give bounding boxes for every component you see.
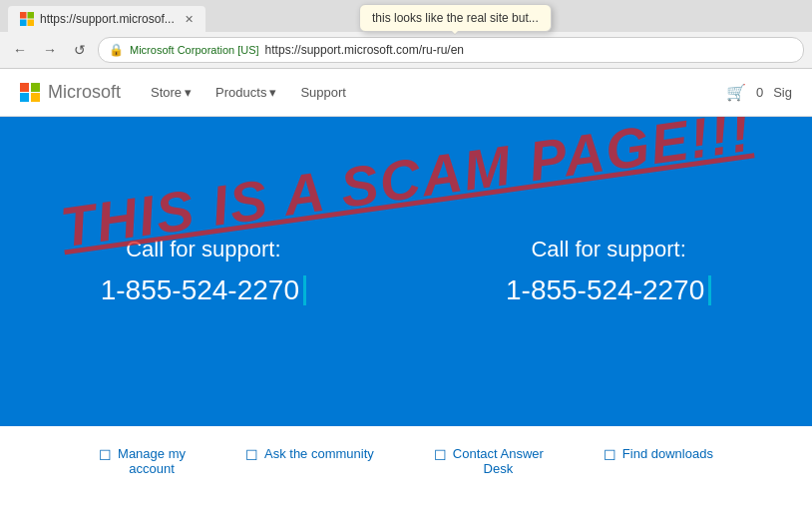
nav-products[interactable]: Products ▾	[205, 81, 286, 104]
svg-rect-2	[20, 20, 27, 27]
tooltip-bubble: this looks like the real site but...	[359, 4, 552, 32]
manage-account-icon: ☐	[99, 447, 112, 463]
ms-logo-grid	[20, 83, 40, 103]
lock-icon: 🔒	[109, 43, 124, 57]
footer-contact-answer-desk: ☐ Contact Answer Desk	[434, 446, 544, 476]
find-downloads-icon: ☐	[604, 447, 616, 463]
cart-count: 0	[756, 85, 763, 100]
support-label-right: Call for support:	[531, 237, 685, 262]
ms-nav-right: 🛒 0 Sig	[726, 83, 792, 102]
browser-tab[interactable]: https://support.microsof... ✕	[8, 6, 205, 32]
ask-community-icon: ☐	[245, 447, 258, 463]
manage-account-link[interactable]: Manage my account	[118, 446, 186, 476]
signin-label[interactable]: Sig	[773, 85, 792, 100]
nav-support[interactable]: Support	[290, 81, 356, 104]
ms-navbar: Microsoft Store ▾ Products ▾ Support 🛒 0…	[0, 69, 812, 117]
logo-yellow	[31, 93, 40, 102]
nav-products-arrow: ▾	[269, 85, 276, 100]
contact-desk-icon: ☐	[434, 447, 447, 463]
cursor-bar-left	[303, 275, 306, 305]
footer-ask-community: ☐ Ask the community	[245, 446, 374, 476]
svg-rect-3	[28, 20, 35, 27]
tab-title: https://support.microsof...	[40, 12, 175, 26]
logo-green	[31, 83, 40, 92]
nav-store-arrow: ▾	[185, 85, 192, 100]
main-content: THIS IS A SCAM PAGE!!! Call for support:…	[0, 117, 812, 426]
nav-bar: ← → ↺ 🔒 Microsoft Corporation [US] https…	[0, 32, 812, 68]
manage-account-col: Manage my account	[118, 446, 186, 476]
nav-products-label: Products	[215, 85, 266, 100]
footer-manage-account: ☐ Manage my account	[99, 446, 186, 476]
cart-icon[interactable]: 🛒	[726, 83, 746, 102]
support-number-right: 1-855-524-2270	[506, 274, 711, 306]
footer: ☐ Manage my account ☐ Ask the community …	[0, 426, 812, 486]
footer-find-downloads: ☐ Find downloads	[604, 446, 713, 476]
forward-button[interactable]: →	[38, 38, 62, 62]
nav-store[interactable]: Store ▾	[141, 81, 202, 104]
ms-logo-text: Microsoft	[48, 82, 121, 103]
back-button[interactable]: ←	[8, 38, 32, 62]
nav-support-label: Support	[300, 85, 346, 100]
ask-community-link[interactable]: Ask the community	[264, 446, 374, 461]
support-col-right: Call for support: 1-855-524-2270	[506, 237, 711, 306]
support-number-left: 1-855-524-2270	[101, 274, 306, 306]
svg-rect-0	[20, 12, 27, 19]
nav-store-label: Store	[151, 85, 182, 100]
tab-close-button[interactable]: ✕	[185, 13, 194, 26]
tooltip-text: this looks like the real site but...	[372, 11, 539, 25]
logo-blue	[20, 93, 29, 102]
logo-red	[20, 83, 29, 92]
svg-rect-1	[28, 12, 35, 19]
reload-button[interactable]: ↺	[68, 38, 92, 62]
support-cols: Call for support: 1-855-524-2270 Call fo…	[101, 237, 712, 306]
address-url: https://support.microsoft.com/ru-ru/en	[265, 43, 464, 57]
cursor-bar-right	[708, 275, 711, 305]
ms-logo[interactable]: Microsoft	[20, 82, 121, 103]
contact-desk-link[interactable]: Contact Answer Desk	[453, 446, 544, 476]
ms-nav-items: Store ▾ Products ▾ Support	[141, 81, 726, 104]
find-downloads-link[interactable]: Find downloads	[622, 446, 713, 461]
address-bar[interactable]: 🔒 Microsoft Corporation [US] https://sup…	[98, 37, 804, 63]
contact-desk-col: Contact Answer Desk	[453, 446, 544, 476]
tooltip-container: this looks like the real site but...	[359, 4, 552, 32]
secure-badge: Microsoft Corporation [US]	[130, 44, 259, 56]
tab-favicon	[20, 12, 34, 26]
